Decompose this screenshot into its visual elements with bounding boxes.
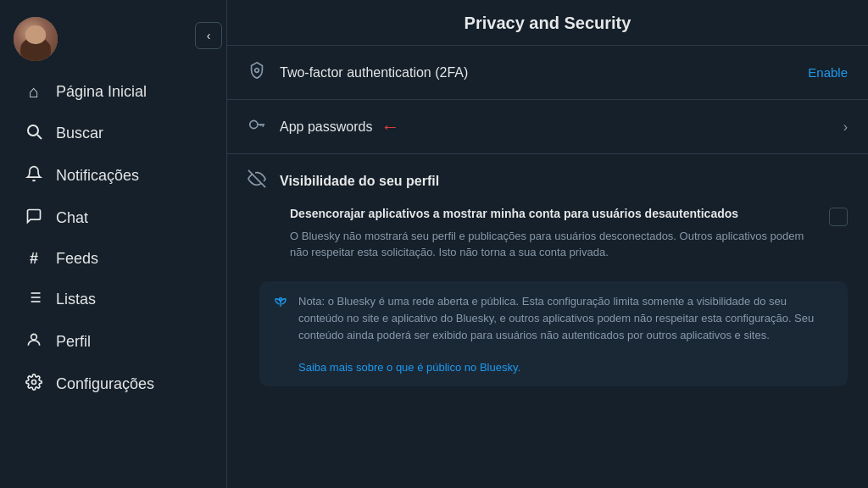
visibility-section: Visibilidade do seu perfil Desencorajar … bbox=[227, 154, 868, 269]
sidebar-item-lists[interactable]: Listas bbox=[7, 279, 220, 320]
sidebar-item-home[interactable]: ⌂ Página Inicial bbox=[7, 72, 220, 112]
sidebar-item-feeds[interactable]: # Feeds bbox=[7, 240, 220, 278]
info-box: Nota: o Bluesky é uma rede aberta e públ… bbox=[259, 281, 848, 386]
svg-point-10 bbox=[255, 69, 259, 73]
two-factor-content: Two-factor authentication (2FA) bbox=[280, 65, 796, 80]
two-factor-label: Two-factor authentication (2FA) bbox=[280, 65, 468, 80]
visibility-title: Visibilidade do seu perfil bbox=[280, 174, 439, 189]
sidebar-item-label: Feeds bbox=[56, 250, 98, 268]
svg-point-20 bbox=[280, 297, 282, 300]
lists-icon bbox=[24, 289, 44, 310]
info-link[interactable]: Saiba mais sobre o que é público no Blue… bbox=[298, 361, 520, 374]
avatar bbox=[14, 17, 58, 61]
sidebar-item-label: Chat bbox=[56, 209, 88, 227]
butterfly-icon bbox=[273, 294, 288, 313]
back-icon: ‹ bbox=[207, 29, 211, 42]
sidebar-item-chat[interactable]: Chat bbox=[7, 197, 220, 239]
enable-action[interactable]: Enable bbox=[808, 65, 848, 80]
chevron-right-icon: › bbox=[843, 119, 848, 135]
two-factor-row[interactable]: Two-factor authentication (2FA) Enable bbox=[227, 46, 868, 100]
sidebar-item-label: Configurações bbox=[56, 375, 154, 393]
sidebar-item-notifications[interactable]: Notificações bbox=[7, 155, 220, 197]
home-icon: ⌂ bbox=[24, 82, 44, 102]
app-passwords-label: App passwords bbox=[280, 119, 372, 135]
app-passwords-content: App passwords ← bbox=[280, 116, 832, 138]
shield-gear-icon bbox=[248, 61, 268, 84]
eye-slash-icon bbox=[248, 169, 268, 192]
sidebar-item-search[interactable]: Buscar bbox=[7, 113, 220, 154]
key-icon bbox=[248, 115, 268, 138]
svg-point-8 bbox=[31, 334, 37, 340]
avatar-image bbox=[14, 17, 58, 61]
discourage-desc: O Bluesky não mostrará seu perfil e publ… bbox=[290, 228, 817, 261]
info-text: Nota: o Bluesky é uma rede aberta e públ… bbox=[298, 295, 814, 341]
discourage-checkbox[interactable] bbox=[829, 208, 848, 226]
visibility-header: Visibilidade do seu perfil bbox=[248, 169, 848, 192]
svg-point-15 bbox=[250, 120, 258, 128]
sidebar-item-settings[interactable]: Configurações bbox=[7, 363, 220, 405]
info-text-block: Nota: o Bluesky é uma rede aberta e públ… bbox=[298, 293, 834, 374]
discourage-text-block: Desencorajar aplicativos a mostrar minha… bbox=[290, 206, 817, 261]
svg-point-0 bbox=[28, 125, 38, 136]
sidebar-item-profile[interactable]: Perfil bbox=[7, 321, 220, 363]
svg-line-1 bbox=[37, 135, 42, 139]
sidebar-item-label: Buscar bbox=[56, 125, 103, 142]
sidebar-nav: ⌂ Página Inicial Buscar Notificações bbox=[0, 71, 226, 406]
bell-icon bbox=[24, 165, 44, 186]
app-passwords-row[interactable]: App passwords ← › bbox=[227, 100, 868, 154]
page-title: Privacy and Security bbox=[227, 0, 868, 46]
settings-icon bbox=[24, 374, 44, 395]
sidebar-item-label: Notificações bbox=[56, 167, 139, 185]
back-button[interactable]: ‹ bbox=[195, 22, 222, 49]
search-icon bbox=[24, 123, 44, 144]
sidebar-item-label: Listas bbox=[56, 291, 96, 308]
discourage-title: Desencorajar aplicativos a mostrar minha… bbox=[290, 206, 817, 223]
sidebar-header: ‹ bbox=[0, 10, 226, 71]
feeds-icon: # bbox=[24, 250, 44, 268]
discourage-row: Desencorajar aplicativos a mostrar minha… bbox=[248, 206, 848, 261]
main-content: Privacy and Security Two-factor authenti… bbox=[227, 0, 868, 488]
sidebar-item-label: Perfil bbox=[56, 333, 91, 351]
red-arrow-annotation: ← bbox=[381, 116, 399, 138]
sidebar-item-label: Página Inicial bbox=[56, 83, 147, 101]
svg-point-9 bbox=[32, 380, 36, 385]
profile-icon bbox=[24, 331, 44, 352]
sidebar: ‹ ⌂ Página Inicial Buscar Notif bbox=[0, 0, 227, 488]
chat-icon bbox=[24, 208, 44, 229]
